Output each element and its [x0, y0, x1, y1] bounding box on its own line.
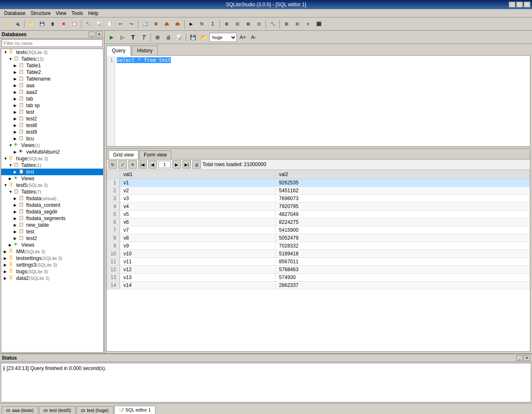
tree-table-aaa2[interactable]: ▶📋aaa2: [1, 89, 103, 96]
table-row[interactable]: 4 v4 7920795: [107, 203, 530, 211]
table-row[interactable]: 5 v5 4827049: [107, 211, 530, 218]
toolbar-btn-21[interactable]: ⊟: [232, 19, 242, 29]
next-page-btn[interactable]: ▶: [172, 160, 181, 169]
run-query-btn[interactable]: ▶: [106, 32, 116, 42]
cell-val2[interactable]: 5451162: [276, 187, 530, 195]
status-close[interactable]: ✕: [524, 355, 530, 361]
table-row[interactable]: 8 v8 5052479: [107, 234, 530, 242]
toolbar-btn-28[interactable]: ⬛: [314, 19, 324, 29]
cell-val1[interactable]: v8: [120, 234, 276, 242]
toolbar-btn-14[interactable]: ⚙: [151, 19, 161, 29]
cell-val1[interactable]: v6: [120, 218, 276, 226]
tree-db-mm[interactable]: ▶ 🗄 MM (SQLite 3): [1, 248, 103, 255]
toolbar-btn-9[interactable]: 📊: [94, 19, 104, 29]
close-button[interactable]: ✕: [524, 2, 530, 7]
menu-database[interactable]: Database: [2, 10, 28, 17]
menu-structure[interactable]: Structure: [28, 10, 53, 17]
toolbar-btn-18[interactable]: fx: [197, 19, 207, 29]
last-page-btn[interactable]: ▶|: [182, 160, 191, 169]
sql-editor[interactable]: 1 select * from test: [106, 55, 530, 147]
chart-btn[interactable]: 📊: [174, 32, 184, 42]
toolbar-btn-27[interactable]: ≡: [303, 19, 313, 29]
text-bold-btn[interactable]: T: [128, 32, 138, 42]
table-row[interactable]: 13 v13 574930: [107, 274, 530, 282]
toolbar-btn-25[interactable]: ⊞: [281, 19, 291, 29]
table-row[interactable]: 10 v10 5189418: [107, 250, 530, 258]
tree-arrow-testx-tables[interactable]: ▼: [9, 57, 14, 61]
toolbar-btn-11[interactable]: ↩: [116, 19, 126, 29]
tree-tables-test5[interactable]: ▼ 📋 Tables (7): [1, 189, 103, 195]
table-row[interactable]: 3 v3 7696073: [107, 195, 530, 203]
tab-query[interactable]: Query: [106, 46, 131, 56]
check-btn[interactable]: ✓: [118, 160, 127, 169]
sql-content[interactable]: select * from test: [115, 56, 530, 146]
open-btn[interactable]: 📂: [199, 32, 209, 42]
tree-arrow-testx[interactable]: ▼: [4, 50, 9, 54]
maximize-button[interactable]: □: [516, 2, 523, 7]
col-header-val2[interactable]: val2: [276, 170, 530, 179]
table-row[interactable]: 1 v1 9262535: [107, 179, 530, 187]
explain-btn[interactable]: T: [139, 32, 149, 42]
bottom-tab-test-huge[interactable]: 🗃 test (huge): [76, 406, 113, 414]
tree-tables-huge[interactable]: ▼ 📋 Tables (1): [1, 162, 103, 169]
tree-table-test-testx[interactable]: ▶📋test: [1, 109, 103, 115]
bottom-tab-aaa-testx[interactable]: 🗃 aaa (testx): [2, 406, 38, 414]
refresh-btn[interactable]: ↻: [108, 160, 117, 169]
tree-table-table1[interactable]: ▶📋Table1: [1, 62, 103, 69]
cell-val1[interactable]: v10: [120, 250, 276, 258]
cell-val1[interactable]: v9: [120, 242, 276, 250]
print-btn[interactable]: 🖨: [163, 32, 173, 42]
col-header-val1[interactable]: val1: [120, 170, 276, 179]
cell-val2[interactable]: 5415900: [276, 226, 530, 234]
cell-val2[interactable]: 9262535: [276, 179, 530, 187]
tree-db-data2[interactable]: ▶ 🗄 data2 (SQLite 2): [1, 275, 103, 282]
tree-views-huge[interactable]: ▶ 👁 Views: [1, 175, 103, 182]
table-row[interactable]: 11 v11 8567011: [107, 258, 530, 266]
tree-table-ftsdata-segments[interactable]: ▶📋ftsdata_segments: [1, 215, 103, 222]
cell-val2[interactable]: 8567011: [276, 258, 530, 266]
table-row[interactable]: 7 v7 5415900: [107, 226, 530, 234]
cell-val1[interactable]: v11: [120, 258, 276, 266]
table-btn[interactable]: ⊞: [153, 32, 163, 42]
menu-tools[interactable]: Tools: [69, 10, 86, 17]
tree-table-ftsdata-content[interactable]: ▶📋ftsdata_content: [1, 202, 103, 208]
cell-val1[interactable]: v12: [120, 266, 276, 274]
cell-val1[interactable]: v2: [120, 187, 276, 195]
toolbar-btn-3[interactable]: 📁: [26, 19, 36, 29]
tree-table-ftsdata[interactable]: ▶📋ftsdata (virtual): [1, 195, 103, 202]
toolbar-btn-19[interactable]: Σ: [208, 19, 218, 29]
toolbar-btn-22[interactable]: ⊠: [243, 19, 253, 29]
minimize-button[interactable]: _: [509, 2, 515, 7]
tab-form-view[interactable]: Form view: [139, 150, 171, 159]
toolbar-btn-26[interactable]: ⊟: [292, 19, 302, 29]
menu-view[interactable]: View: [53, 10, 69, 17]
toolbar-btn-20[interactable]: ⊞: [222, 19, 232, 29]
toolbar-btn-13[interactable]: 🔄: [140, 19, 150, 29]
tree-db-testsettings[interactable]: ▶ 🗄 testsettings (SQLite 3): [1, 255, 103, 262]
toolbar-btn-23[interactable]: ⊡: [254, 19, 264, 29]
cancel-btn[interactable]: ✕: [128, 160, 137, 169]
cell-val2[interactable]: 7920795: [276, 203, 530, 211]
tree-table-ticu[interactable]: ▶📋ticu: [1, 135, 103, 142]
tree-db-test5[interactable]: ▼ 🗄 test5 (SQLite 3): [1, 182, 103, 189]
tree-table-ftsdata-segdir[interactable]: ▶📋ftsdata_segdir: [1, 208, 103, 215]
toolbar-btn-16[interactable]: 📥: [172, 19, 182, 29]
cell-val1[interactable]: v14: [120, 282, 276, 289]
tree-table-test9[interactable]: ▶📋test9: [1, 129, 103, 135]
run-single-btn[interactable]: ▷: [117, 32, 127, 42]
table-row[interactable]: 14 v14 2862337: [107, 282, 530, 289]
tree-view-vwmultialbum2[interactable]: ▶👁vwMultiAlbum2: [1, 149, 103, 155]
tree-table-tablename[interactable]: ▶📋Tablename: [1, 76, 103, 82]
cell-val2[interactable]: 8224275: [276, 218, 530, 226]
toolbar-btn-1[interactable]: ⚡: [2, 19, 12, 29]
table-row[interactable]: 6 v6 8224275: [107, 218, 530, 226]
save-btn[interactable]: 💾: [188, 32, 198, 42]
toolbar-btn-12[interactable]: ↪: [126, 19, 136, 29]
tree-table-test2-test5[interactable]: ▶📋test2: [1, 235, 103, 242]
toolbar-btn-24[interactable]: 🔨: [268, 19, 278, 29]
tree-table-test8[interactable]: ▶📋test8: [1, 122, 103, 129]
tree-table-new-table[interactable]: ▶📋new_table: [1, 222, 103, 228]
tree-views-testx[interactable]: ▼ 👁 Views (1): [1, 142, 103, 149]
tree-db-testx[interactable]: ▼ 🗄 testx (SQLite 3): [1, 49, 103, 56]
tree-db-huge[interactable]: ▼ 🗄 huge (SQLite 3): [1, 155, 103, 162]
